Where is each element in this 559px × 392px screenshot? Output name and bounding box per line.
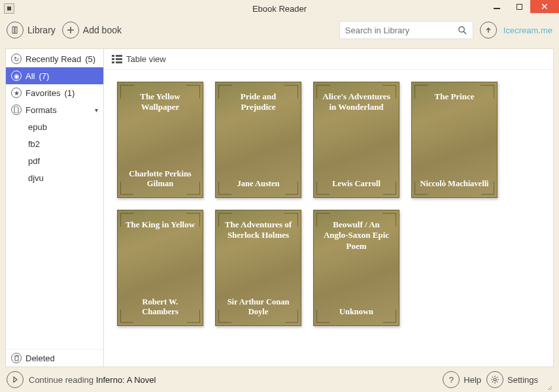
table-view-button[interactable]: Table view (112, 54, 166, 64)
table-icon (112, 55, 122, 63)
book-card[interactable]: The Yellow WallpaperCharlotte Perkins Gi… (117, 82, 203, 198)
book-author: Robert W. Chambers (124, 297, 196, 318)
library-label: Library (27, 25, 56, 35)
trash-icon (11, 353, 22, 363)
play-icon (7, 371, 24, 388)
book-card[interactable]: Alice's Adventures in WonderlandLewis Ca… (313, 82, 399, 198)
book-icon (7, 22, 24, 39)
sidebar-item-deleted[interactable]: Deleted (6, 350, 103, 367)
main-panel: Table view The Yellow WallpaperCharlotte… (103, 48, 554, 367)
book-title: The King in Yellow (124, 220, 196, 230)
sidebar-format-fb2[interactable]: fb2 (6, 135, 103, 152)
sidebar-item-count: (5) (85, 54, 95, 64)
sidebar-item-formats[interactable]: Formats ▾ (6, 101, 103, 118)
sidebar-item-all[interactable]: ◉ All (7) (6, 67, 103, 84)
settings-label: Settings (507, 375, 538, 385)
toolbar: Library Add book Icecream.me (0, 17, 559, 43)
plus-icon (62, 22, 79, 39)
book-card[interactable]: The PrinceNiccolò Machiavelli (411, 82, 498, 198)
brand-link[interactable]: Icecream.me (503, 25, 552, 35)
file-icon (11, 105, 22, 115)
book-title: Pride and Prejudice (222, 91, 294, 113)
sidebar: ↻ Recently Read (5) ◉ All (7) ★ Favorite… (5, 48, 103, 367)
sidebar-format-djvu[interactable]: djvu (6, 169, 103, 186)
continue-book-title: Inferno: A Novel (96, 375, 156, 385)
sidebar-item-recently-read[interactable]: ↻ Recently Read (5) (6, 50, 103, 67)
svg-rect-0 (12, 27, 14, 33)
add-book-label: Add book (83, 25, 122, 35)
main-header: Table view (104, 49, 553, 70)
book-title: The Yellow Wallpaper (124, 91, 196, 113)
book-author: Lewis Carroll (320, 179, 392, 189)
sidebar-item-label: Favorites (25, 88, 60, 98)
search-box[interactable] (339, 21, 473, 39)
help-button[interactable]: ? Help (443, 371, 481, 388)
book-grid: The Yellow WallpaperCharlotte Perkins Gi… (104, 70, 553, 367)
continue-reading-button[interactable]: Continue reading Inferno: A Novel (7, 371, 156, 388)
search-input[interactable] (345, 25, 458, 35)
book-title: Beowulf / An Anglo-Saxon Epic Poem (320, 220, 392, 252)
sidebar-item-favorites[interactable]: ★ Favorites (1) (6, 84, 103, 101)
book-author: Niccolò Machiavelli (418, 179, 490, 189)
continue-label: Continue reading (29, 375, 93, 385)
book-title: Alice's Adventures in Wonderland (320, 91, 392, 113)
sidebar-item-label: Formats (25, 105, 57, 115)
star-icon: ★ (11, 88, 22, 98)
book-author: Sir Arthur Conan Doyle (222, 297, 294, 318)
upgrade-icon[interactable] (480, 22, 497, 39)
add-book-button[interactable]: Add book (62, 22, 122, 39)
sidebar-format-pdf[interactable]: pdf (6, 152, 103, 169)
sidebar-item-count: (7) (39, 71, 49, 81)
sidebar-item-label: Deleted (25, 353, 55, 363)
book-author: Jane Austen (222, 179, 294, 189)
book-card[interactable]: The Adventures of Sherlock HolmesSir Art… (215, 210, 301, 326)
sidebar-item-label: All (25, 71, 35, 81)
book-author: Charlotte Perkins Gilman (124, 169, 196, 189)
clock-icon: ↻ (11, 54, 22, 64)
table-view-label: Table view (126, 54, 166, 64)
resize-grip-icon[interactable] (546, 384, 552, 391)
svg-point-3 (494, 378, 496, 381)
circle-dot-icon: ◉ (11, 71, 22, 81)
app-icon (4, 3, 14, 14)
svg-rect-1 (15, 27, 17, 33)
book-card[interactable]: Beowulf / An Anglo-Saxon Epic PoemUnknow… (313, 210, 399, 326)
titlebar: Ebook Reader ✕ (0, 0, 559, 17)
gear-icon (486, 371, 503, 388)
book-card[interactable]: The King in YellowRobert W. Chambers (117, 210, 203, 326)
chevron-down-icon: ▾ (95, 106, 98, 114)
sidebar-item-label: Recently Read (25, 54, 81, 64)
window-title: Ebook Reader (0, 4, 559, 14)
sidebar-format-epub[interactable]: epub (6, 118, 103, 135)
footer: Continue reading Inferno: A Novel ? Help… (0, 367, 559, 392)
search-icon[interactable] (458, 25, 467, 35)
help-label: Help (464, 375, 481, 385)
book-author: Unknown (320, 307, 392, 318)
book-title: The Adventures of Sherlock Holmes (222, 220, 294, 241)
minimize-button[interactable] (486, 0, 508, 13)
svg-point-2 (459, 26, 464, 31)
close-button[interactable]: ✕ (530, 0, 559, 13)
sidebar-item-count: (1) (64, 88, 75, 98)
maximize-button[interactable] (508, 0, 530, 13)
help-icon: ? (443, 371, 460, 388)
book-card[interactable]: Pride and PrejudiceJane Austen (215, 82, 301, 198)
book-title: The Prince (418, 91, 490, 102)
library-button[interactable]: Library (7, 22, 56, 39)
settings-button[interactable]: Settings (486, 371, 538, 388)
